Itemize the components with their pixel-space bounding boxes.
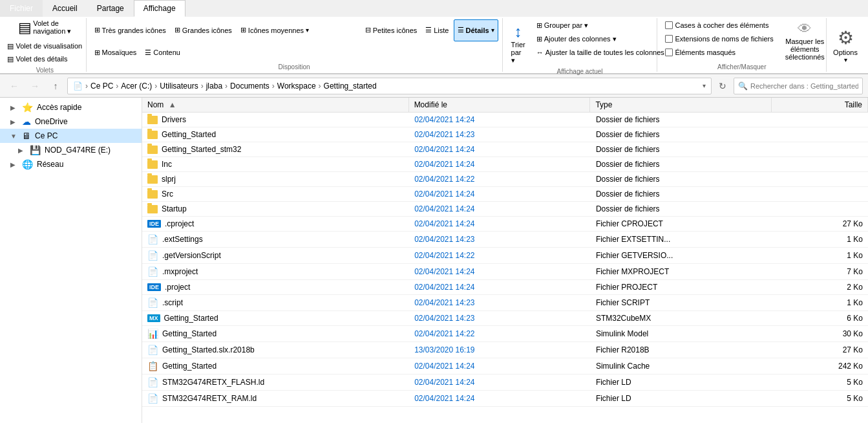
file-type: Dossier de fichiers xyxy=(591,188,772,200)
file-name: Drivers xyxy=(142,114,409,125)
path-jlaba[interactable]: jlaba xyxy=(206,81,222,91)
file-size xyxy=(772,208,868,210)
path-home-icon: 📄 xyxy=(73,81,83,91)
ajouter-colonnes-btn[interactable]: ⊞ Ajouter des colonnes ▾ xyxy=(533,33,668,45)
path-getting-started[interactable]: Getting_started xyxy=(324,81,377,91)
table-row[interactable]: 📄 STM32G474RETX_FLASH.ld 02/04/2021 14:2… xyxy=(142,374,868,391)
mosaiques-btn[interactable]: ⊞ Mosaïques xyxy=(90,42,141,64)
sort-arrow: ▲ xyxy=(169,100,176,109)
path-utilisateurs[interactable]: Utilisateurs xyxy=(160,81,198,91)
tab-accueil[interactable]: Accueil xyxy=(43,0,87,17)
up-btn[interactable]: ↑ xyxy=(47,78,65,94)
sidebar-item-nod[interactable]: ▶ 💾 NOD_G474RE (E:) xyxy=(0,143,142,157)
col-header-name[interactable]: Nom ▲ xyxy=(142,98,409,112)
address-path[interactable]: 📄 › Ce PC › Acer (C:) › Utilisateurs › j… xyxy=(67,78,712,94)
contenu-btn[interactable]: ☰ Contenu xyxy=(141,42,184,64)
file-icon: 📄 xyxy=(147,250,158,261)
table-row[interactable]: MX Getting_Started 02/04/2021 14:23 STM3… xyxy=(142,311,868,326)
sidebar-item-acces-rapide[interactable]: ▶ ⭐ Accès rapide xyxy=(0,100,142,114)
file-size xyxy=(772,178,868,180)
options-btn[interactable]: ⚙ Options ▾ xyxy=(833,27,858,63)
file-size: 5 Ko xyxy=(772,393,868,404)
petites-icones-btn[interactable]: ⊟ Petites icônes xyxy=(361,19,421,41)
simulink-cache-icon: 📋 xyxy=(147,361,158,371)
table-row[interactable]: 📄 STM32G474RETX_RAM.ld 02/04/2021 14:24 … xyxy=(142,391,868,407)
file-size xyxy=(772,163,868,166)
table-row[interactable]: 📄 .getVersionScript 02/04/2021 14:22 Fic… xyxy=(142,248,868,264)
tab-partage[interactable]: Partage xyxy=(87,0,134,17)
details-btn[interactable]: ☰ Détails ▾ xyxy=(454,19,498,41)
refresh-btn[interactable]: ↻ xyxy=(714,78,731,94)
tres-grandes-icon: ⊞ xyxy=(94,26,100,34)
folder-icon xyxy=(147,205,158,213)
back-btn[interactable]: ← xyxy=(5,78,23,94)
col-header-size[interactable]: Taille xyxy=(772,98,868,112)
table-row[interactable]: Inc 02/04/2021 14:24 Dossier de fichiers xyxy=(142,157,868,172)
elements-checkbox[interactable] xyxy=(665,49,673,56)
file-name: IDE .project xyxy=(142,281,409,293)
table-row[interactable]: Getting_Started 02/04/2021 14:23 Dossier… xyxy=(142,127,868,142)
path-ce-pc[interactable]: Ce PC xyxy=(90,81,113,91)
file-icon: 📄 xyxy=(147,345,158,355)
file-type: Fichier LD xyxy=(591,393,772,404)
table-row[interactable]: 📄 .mxproject 02/04/2021 14:24 Fichier MX… xyxy=(142,264,868,280)
grouper-icon: ⊞ xyxy=(536,21,542,30)
elements-masques-btn[interactable]: Éléments masqués xyxy=(661,47,777,58)
table-row[interactable]: 📋 Getting_Started 02/04/2021 14:24 Simul… xyxy=(142,358,868,374)
table-row[interactable]: Drivers 02/04/2021 14:24 Dossier de fich… xyxy=(142,113,868,127)
cases-cocher-btn[interactable]: Cases à cocher des éléments xyxy=(661,19,777,31)
ajuster-taille-btn[interactable]: ↔ Ajuster la taille de toutes les colonn… xyxy=(533,47,668,58)
liste-btn[interactable]: ☰ Liste xyxy=(421,19,452,41)
cases-checkbox[interactable] xyxy=(665,21,673,29)
trier-par-btn[interactable]: ↕ Trier par ▾ xyxy=(507,19,530,68)
forward-btn[interactable]: → xyxy=(26,78,44,94)
tab-affichage[interactable]: Affichage xyxy=(134,0,185,17)
table-row[interactable]: 📄 .extSettings 02/04/2021 14:23 Fichier … xyxy=(142,232,868,248)
extensions-checkbox[interactable] xyxy=(665,35,673,43)
table-row[interactable]: IDE .project 02/04/2021 14:24 Fichier PR… xyxy=(142,280,868,295)
search-input[interactable] xyxy=(750,82,858,90)
table-row[interactable]: Src 02/04/2021 14:24 Dossier de fichiers xyxy=(142,187,868,202)
sidebar-item-ce-pc[interactable]: ▼ 🖥 Ce PC xyxy=(0,129,142,143)
grouper-par-btn[interactable]: ⊞ Grouper par ▾ xyxy=(533,19,668,32)
table-row[interactable]: Getting_Started_stm32 02/04/2021 14:24 D… xyxy=(142,142,868,157)
table-row[interactable]: slprj 02/04/2021 14:22 Dossier de fichie… xyxy=(142,172,868,187)
expand-icon: ▶ xyxy=(18,147,26,154)
path-dropdown-icon[interactable]: ▾ xyxy=(703,82,706,89)
file-icon: 📄 xyxy=(147,234,158,244)
sidebar-item-onedrive[interactable]: ▶ ☁ OneDrive xyxy=(0,114,142,129)
path-workspace[interactable]: Workspace xyxy=(277,81,316,91)
search-box[interactable]: 🔍 xyxy=(734,78,863,94)
volet-visualisation-btn[interactable]: ▤ Volet de visualisation xyxy=(3,40,86,52)
extensions-noms-btn[interactable]: Extensions de noms de fichiers xyxy=(661,33,777,45)
volet-details-btn[interactable]: ▤ Volet des détails xyxy=(3,53,86,65)
col-header-type[interactable]: Type xyxy=(590,98,772,112)
sidebar-item-reseau[interactable]: ▶ 🌐 Réseau xyxy=(0,157,142,171)
volet-navigation-btn[interactable]: ▤ Volet de navigation ▾ xyxy=(14,17,75,39)
file-size xyxy=(772,193,868,195)
table-row[interactable]: Startup 02/04/2021 14:24 Dossier de fich… xyxy=(142,202,868,217)
file-name: Getting_Started_stm32 xyxy=(142,144,409,155)
tres-grandes-icones-btn[interactable]: ⊞ Très grandes icônes xyxy=(90,19,170,41)
path-acer[interactable]: Acer (C:) xyxy=(121,81,152,91)
file-modified: 02/04/2021 14:24 xyxy=(409,144,591,155)
table-row[interactable]: IDE .cproject 02/04/2021 14:24 Fichier C… xyxy=(142,217,868,232)
ajuster-icon: ↔ xyxy=(536,49,544,56)
grandes-icones-btn[interactable]: ⊞ Grandes icônes xyxy=(171,19,236,41)
col-header-modified[interactable]: Modifié le xyxy=(409,98,591,112)
table-row[interactable]: 📄 .script 02/04/2021 14:23 Fichier SCRIP… xyxy=(142,295,868,311)
file-size xyxy=(772,133,868,136)
file-type: Fichier PROJECT xyxy=(591,281,772,293)
file-size: 6 Ko xyxy=(772,312,868,324)
table-row[interactable]: 📄 Getting_Started.slx.r2018b 13/03/2020 … xyxy=(142,342,868,358)
file-type: Fichier GETVERSIO... xyxy=(591,250,772,261)
file-type: Fichier R2018B xyxy=(591,344,772,356)
search-icon: 🔍 xyxy=(738,81,748,91)
icones-moyennes-btn[interactable]: ⊞ Icônes moyennes ▾ xyxy=(237,19,361,41)
tab-fichier[interactable]: Fichier xyxy=(0,0,43,17)
icones-moy-icon: ⊞ xyxy=(240,26,246,34)
table-row[interactable]: 📊 Getting_Started 02/04/2021 14:22 Simul… xyxy=(142,326,868,342)
path-documents[interactable]: Documents xyxy=(230,81,270,91)
sidebar-label-reseau: Réseau xyxy=(37,160,63,169)
masquer-elements-btn[interactable]: 👁 Masquer les éléments sélectionnés xyxy=(781,19,829,62)
